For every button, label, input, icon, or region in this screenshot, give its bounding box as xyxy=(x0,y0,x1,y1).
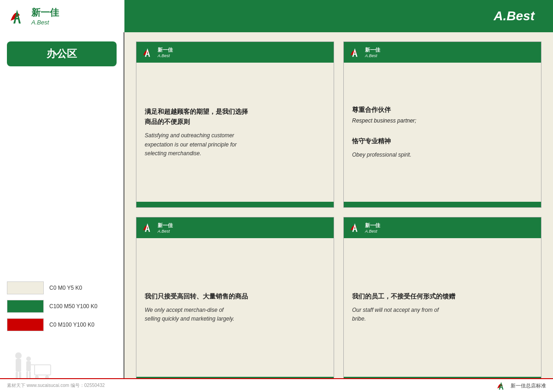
card-4-logo-texts: 新一佳 A.Best xyxy=(365,222,380,234)
header-right-bar: A.Best xyxy=(124,0,553,32)
svg-rect-15 xyxy=(146,229,149,230)
card-4-body: 我们的员工，不接受任何形式的馈赠 Our staff will not acce… xyxy=(344,238,541,377)
swatch-row-red: C0 M100 Y100 K0 xyxy=(7,318,117,331)
card-3-logo-texts: 新一佳 A.Best xyxy=(158,222,173,234)
logo-chinese: 新一佳 xyxy=(31,6,59,19)
content-area: 新一佳 A.Best 满足和超越顾客的期望，是我们选择商品的不便原则 Satis… xyxy=(124,32,553,392)
svg-rect-6 xyxy=(26,361,31,371)
card-1-text-cn: 满足和超越顾客的期望，是我们选择商品的不便原则 xyxy=(145,106,325,127)
card-3-logo-en: A.Best xyxy=(158,229,173,234)
swatch-row-cream: C0 M0 Y5 K0 xyxy=(7,281,117,294)
logo-english: A.Best xyxy=(31,19,59,26)
card-1: 新一佳 A.Best 满足和超越顾客的期望，是我们选择商品的不便原则 Satis… xyxy=(136,41,334,208)
card-4-text-cn: 我们的员工，不接受任何形式的馈赠 xyxy=(352,291,533,301)
card-3-body: 我们只接受高回转、大量销售的商品 We only accept merchan-… xyxy=(136,238,334,377)
bottom-logo-icon xyxy=(495,380,507,392)
card-2-footer xyxy=(344,202,541,207)
card-1-logo-icon xyxy=(141,46,154,59)
swatch-label-green: C100 M50 Y100 K0 xyxy=(49,303,98,310)
bottom-bar: 素材天下 www.sucaisucai.com 编号：02550432 新一佳总… xyxy=(0,378,553,392)
card-3-header: 新一佳 A.Best xyxy=(136,217,334,238)
svg-rect-14 xyxy=(353,53,356,54)
card-3-logo-cn: 新一佳 xyxy=(158,222,173,229)
card-3-text-cn: 我们只接受高回转、大量销售的商品 xyxy=(145,291,325,301)
card-1-header: 新一佳 A.Best xyxy=(136,42,334,63)
header: 新一佳 A.Best A.Best xyxy=(0,0,553,32)
card-4: 新一佳 A.Best 我们的员工，不接受任何形式的馈赠 Our staff wi… xyxy=(343,217,541,383)
card-1-logo-cn: 新一佳 xyxy=(158,47,173,53)
card-1-text-en: Satisfying and outreaching customerexpec… xyxy=(145,131,325,158)
card-1-logo-en: A.Best xyxy=(158,53,173,58)
svg-point-1 xyxy=(15,352,22,359)
card-4-header: 新一佳 A.Best xyxy=(344,217,541,238)
svg-rect-7 xyxy=(26,371,28,379)
svg-rect-13 xyxy=(146,53,149,54)
card-1-logo-texts: 新一佳 A.Best xyxy=(158,47,173,58)
svg-rect-9 xyxy=(35,365,51,375)
card-3-logo-icon xyxy=(141,221,154,234)
card-2-header: 新一佳 A.Best xyxy=(344,42,541,63)
svg-rect-0 xyxy=(15,18,19,19)
sidebar: 办公区 C0 M0 Y5 K0 C100 M50 Y100 K0 C0 M100… xyxy=(0,32,124,392)
svg-rect-8 xyxy=(29,371,31,379)
card-2-text-cn: 尊重合作伙伴Respect business partner;恪守专业精神 xyxy=(352,105,533,146)
bottom-logo-text: 新一佳总店标准 xyxy=(511,382,546,389)
swatch-cream xyxy=(7,281,44,294)
card-2-body: 尊重合作伙伴Respect business partner;恪守专业精神 Ob… xyxy=(344,63,541,202)
card-3-text-en: We only accept merchan-dise ofselling qu… xyxy=(145,306,325,323)
card-4-logo-en: A.Best xyxy=(365,229,380,234)
card-1-body: 满足和超越顾客的期望，是我们选择商品的不便原则 Satisfying and o… xyxy=(136,63,334,202)
svg-point-5 xyxy=(26,357,31,361)
card-1-footer xyxy=(136,202,334,207)
swatch-row-green: C100 M50 Y100 K0 xyxy=(7,300,117,313)
card-4-logo-cn: 新一佳 xyxy=(365,222,380,229)
swatch-label-cream: C0 M0 Y5 K0 xyxy=(49,285,82,291)
section-title: 办公区 xyxy=(7,41,117,66)
card-2-logo-en: A.Best xyxy=(365,53,380,58)
svg-rect-17 xyxy=(500,387,503,388)
color-swatches: C0 M0 Y5 K0 C100 M50 Y100 K0 C0 M100 Y10… xyxy=(7,281,117,337)
header-logo: 新一佳 A.Best xyxy=(0,0,124,32)
cards-grid: 新一佳 A.Best 满足和超越顾客的期望，是我们选择商品的不便原则 Satis… xyxy=(136,41,541,383)
header-brand-name: A.Best xyxy=(494,9,535,23)
card-4-logo-icon xyxy=(348,221,361,234)
swatch-green xyxy=(7,300,44,313)
logo-icon xyxy=(7,6,28,27)
bottom-watermark: 素材天下 www.sucaisucai.com 编号：02550432 xyxy=(7,382,105,389)
logo-text-block: 新一佳 A.Best xyxy=(31,6,59,26)
swatch-label-red: C0 M100 Y100 K0 xyxy=(49,322,94,328)
card-4-text-en: Our staff will not accept any from ofbri… xyxy=(352,306,533,323)
svg-rect-2 xyxy=(16,359,21,372)
card-2-logo-icon xyxy=(348,46,361,59)
svg-rect-16 xyxy=(353,229,356,230)
swatch-red xyxy=(7,318,44,331)
card-2-logo-cn: 新一佳 xyxy=(365,47,380,53)
bottom-right: 新一佳总店标准 xyxy=(495,380,546,392)
card-3: 新一佳 A.Best 我们只接受高回转、大量销售的商品 We only acce… xyxy=(136,217,334,383)
card-2-text-en: Obey professional spirit. xyxy=(352,151,533,159)
card-2-logo-texts: 新一佳 A.Best xyxy=(365,47,380,58)
main-content: 办公区 C0 M0 Y5 K0 C100 M50 Y100 K0 C0 M100… xyxy=(0,32,553,392)
card-2: 新一佳 A.Best 尊重合作伙伴Respect business partne… xyxy=(343,41,541,208)
